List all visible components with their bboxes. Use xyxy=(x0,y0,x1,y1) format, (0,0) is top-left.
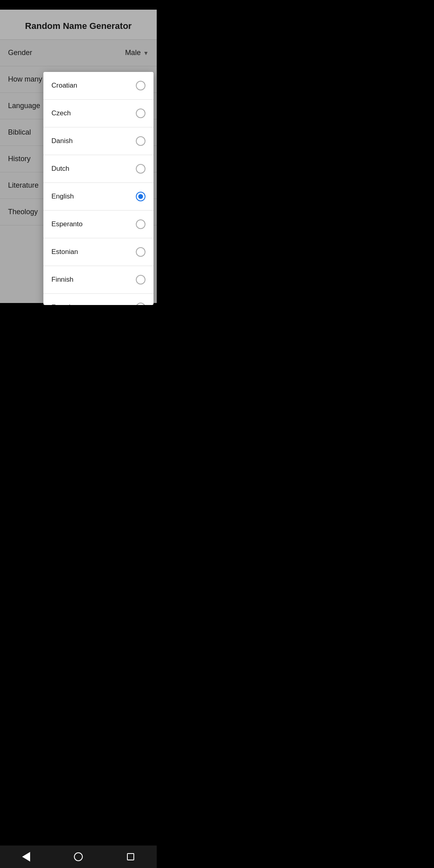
language-label-croatian: Croatian xyxy=(51,82,77,90)
language-label-dutch: Dutch xyxy=(51,165,69,173)
status-bar xyxy=(0,0,157,10)
radio-czech[interactable] xyxy=(136,108,145,118)
language-label-czech: Czech xyxy=(51,109,71,117)
language-option-estonian[interactable]: Estonian xyxy=(43,238,154,266)
language-option-french[interactable]: French xyxy=(43,294,154,305)
language-option-czech[interactable]: Czech xyxy=(43,100,154,127)
radio-danish[interactable] xyxy=(136,136,145,146)
language-dropdown-dialog: CroatianCzechDanishDutchEnglishEsperanto… xyxy=(43,72,154,305)
radio-english[interactable] xyxy=(136,192,145,201)
radio-estonian[interactable] xyxy=(136,247,145,257)
language-option-esperanto[interactable]: Esperanto xyxy=(43,211,154,238)
language-option-danish[interactable]: Danish xyxy=(43,127,154,155)
radio-finnish[interactable] xyxy=(136,275,145,285)
radio-croatian[interactable] xyxy=(136,81,145,90)
radio-french[interactable] xyxy=(136,303,145,305)
language-label-english: English xyxy=(51,192,74,201)
language-label-estonian: Estonian xyxy=(51,248,78,256)
language-label-danish: Danish xyxy=(51,137,73,145)
language-option-croatian[interactable]: Croatian xyxy=(43,72,154,100)
language-label-esperanto: Esperanto xyxy=(51,220,83,228)
language-label-finnish: Finnish xyxy=(51,276,74,284)
language-option-finnish[interactable]: Finnish xyxy=(43,266,154,294)
radio-esperanto[interactable] xyxy=(136,219,145,229)
radio-dutch[interactable] xyxy=(136,164,145,174)
language-option-dutch[interactable]: Dutch xyxy=(43,155,154,183)
app-container: Random Name Generator Gender Male ▼ How … xyxy=(0,10,157,303)
language-option-english[interactable]: English xyxy=(43,183,154,211)
language-label-french: French xyxy=(51,303,73,305)
